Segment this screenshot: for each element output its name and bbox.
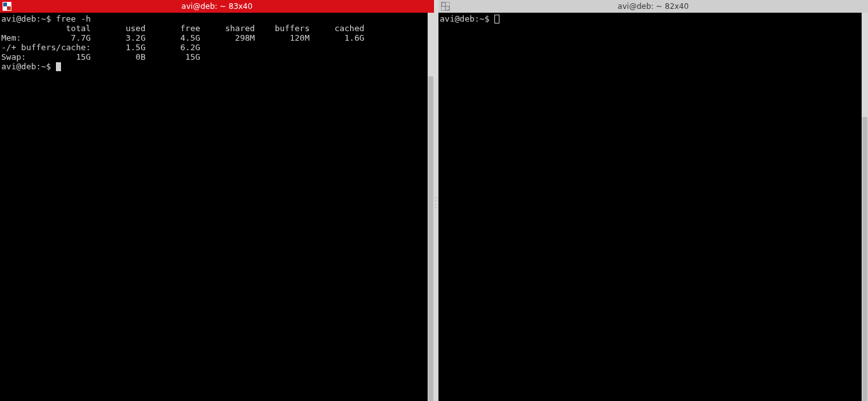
prompt-right: avi@deb:~$ [440, 14, 494, 24]
titlebar-left[interactable]: avi@deb: ~ 83x40 [0, 0, 434, 13]
terminal-pane-right: avi@deb: ~ 82x40 avi@deb:~$ [438, 0, 868, 401]
output-line-0: total used free shared buffers cached [1, 24, 364, 33]
titlebar-title-left: avi@deb: ~ 83x40 [0, 2, 434, 11]
cursor-left [56, 62, 61, 71]
command-left: free -h [56, 14, 91, 24]
cursor-right [494, 15, 499, 24]
output-line-3: Swap: 15G 0B 15G [1, 52, 200, 62]
scrollbar-left[interactable] [428, 13, 434, 401]
scrollbar-thumb-right[interactable] [862, 117, 867, 401]
terminal-pane-left: avi@deb: ~ 83x40 avi@deb:~$ free -h tota… [0, 0, 434, 401]
prompt-left-1: avi@deb:~$ [1, 14, 56, 24]
pane-splitter[interactable] [434, 0, 438, 401]
scrollbar-right[interactable] [862, 13, 868, 401]
output-line-1: Mem: 7.7G 3.2G 4.5G 298M 120M 1.6G [1, 33, 364, 43]
window-menu-icon[interactable] [3, 2, 11, 11]
titlebar-title-right: avi@deb: ~ 82x40 [438, 2, 868, 11]
prompt-left-2: avi@deb:~$ [1, 62, 56, 71]
output-line-2: -/+ buffers/cache: 1.5G 6.2G [1, 43, 200, 52]
svg-rect-5 [445, 6, 449, 10]
scrollbar-thumb-left[interactable] [428, 76, 433, 401]
terminal-left[interactable]: avi@deb:~$ free -h total used free share… [0, 13, 428, 401]
titlebar-right[interactable]: avi@deb: ~ 82x40 [438, 0, 868, 13]
terminal-right[interactable]: avi@deb:~$ [438, 13, 862, 401]
splitter-grip-icon [435, 197, 437, 208]
svg-rect-2 [7, 6, 11, 10]
svg-rect-1 [3, 3, 7, 6]
svg-rect-4 [442, 3, 445, 6]
window-menu-icon[interactable] [441, 2, 450, 11]
